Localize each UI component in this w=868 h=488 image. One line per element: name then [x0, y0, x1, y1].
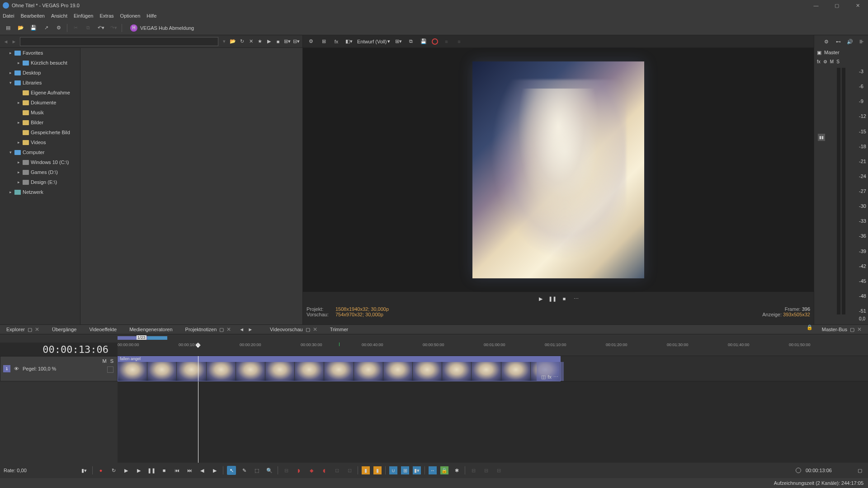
- preview-fx-button[interactable]: fx: [332, 37, 341, 46]
- track-mute-button[interactable]: M: [102, 358, 106, 364]
- hub-label[interactable]: VEGAS Hub Abmeldung: [140, 25, 194, 31]
- properties-button[interactable]: ⚙: [54, 23, 63, 33]
- file-list-area[interactable]: [80, 48, 302, 324]
- close-button[interactable]: ✕: [847, 0, 868, 11]
- master-mute-button[interactable]: M: [830, 59, 834, 64]
- auto-ripple-button[interactable]: ↔: [429, 466, 437, 474]
- clip-fallen-angel[interactable]: fallen angel ◫fx⋯: [118, 356, 561, 381]
- region-orange-button[interactable]: ▮: [373, 466, 382, 474]
- preview-copy-button[interactable]: ⧉: [406, 37, 415, 46]
- next-frame-button[interactable]: ▶: [210, 466, 219, 475]
- view-button[interactable]: ⊟▾: [292, 37, 301, 46]
- marker-orange-button[interactable]: ▮: [362, 466, 370, 474]
- new-project-button[interactable]: ▤: [4, 23, 13, 33]
- tree-item-videos[interactable]: ▸Videos: [0, 137, 80, 147]
- snap-markers-button[interactable]: ▮▾: [413, 466, 421, 474]
- menu-optionen[interactable]: Optionen: [120, 13, 141, 19]
- save-project-button[interactable]: 💾: [29, 23, 38, 33]
- preview-settings-button[interactable]: ⚙: [307, 37, 316, 46]
- tab-projektnotizen[interactable]: Projektnotizen▢✕: [179, 324, 238, 334]
- play-file-button[interactable]: ▶: [264, 37, 274, 46]
- menu-extras[interactable]: Extras: [99, 13, 113, 19]
- track-eye-icon[interactable]: 👁: [14, 366, 19, 371]
- tab-master-bus[interactable]: Master-Bus▢✕: [816, 324, 868, 334]
- master-automation-button[interactable]: ⚙: [823, 59, 827, 64]
- selection-edit-button[interactable]: ⬚: [252, 466, 261, 475]
- clip-more-icon[interactable]: ⋯: [553, 374, 558, 380]
- tree-item-netzwerk[interactable]: ▸Netzwerk: [0, 187, 80, 197]
- master-solo-button[interactable]: S: [836, 59, 840, 64]
- go-start-button[interactable]: ⏮: [172, 466, 181, 475]
- lock-envelopes-button[interactable]: 🔒: [440, 466, 448, 474]
- trim-end-button[interactable]: ◖: [320, 466, 329, 475]
- tree-item-dokumente[interactable]: ▸Dokumente: [0, 98, 80, 108]
- undo-button[interactable]: ↶▾: [96, 23, 105, 33]
- go-end-button[interactable]: ⏭: [185, 466, 194, 475]
- play-start-button[interactable]: ▶: [122, 466, 131, 475]
- snap-grid-button[interactable]: ⊞: [401, 466, 409, 474]
- tree-item-k-rzlich-besucht[interactable]: ▸Kürzlich besucht: [0, 58, 80, 68]
- tab-übergänge[interactable]: Übergänge: [46, 324, 83, 334]
- render-button[interactable]: ↗: [42, 23, 51, 33]
- master-sliders-button[interactable]: ⊪: [857, 37, 866, 46]
- loop-button[interactable]: ↻: [109, 466, 118, 475]
- tab-mediengeneratoren[interactable]: Mediengeneratoren: [123, 324, 179, 334]
- pause-button[interactable]: ❚❚: [147, 466, 156, 475]
- play-button[interactable]: ▶: [134, 466, 143, 475]
- preview-record-icon[interactable]: [432, 38, 438, 45]
- trim-start-button[interactable]: ◗: [294, 466, 303, 475]
- delete-button[interactable]: ✕: [246, 37, 255, 46]
- menu-datei[interactable]: Datei: [3, 13, 14, 19]
- track-level-slider[interactable]: [107, 366, 113, 373]
- track-lane-1[interactable]: fallen angel ◫fx⋯: [118, 356, 868, 381]
- trim-split-button[interactable]: ◆: [307, 466, 316, 475]
- tree-item-musik[interactable]: Musik: [0, 108, 80, 117]
- transport-stop-button[interactable]: ■: [561, 295, 568, 302]
- master-dim-button[interactable]: ⊷: [834, 37, 843, 46]
- stop-button[interactable]: ■: [160, 466, 169, 475]
- preview-split-button[interactable]: ◧▾: [344, 37, 354, 46]
- tree-item-games-d-[interactable]: ▸Games (D:\): [0, 167, 80, 177]
- menu-ansicht[interactable]: Ansicht: [51, 13, 67, 19]
- transport-pause-button[interactable]: ❚❚: [549, 295, 556, 302]
- stop-file-button[interactable]: ■: [274, 37, 283, 46]
- transport-play-button[interactable]: ▶: [537, 295, 544, 302]
- menu-hilfe[interactable]: Hilfe: [146, 13, 156, 19]
- up-button[interactable]: 📂: [228, 37, 237, 46]
- drop-path-button[interactable]: ▾: [220, 38, 228, 46]
- master-lock-icon[interactable]: 🔒: [804, 324, 816, 334]
- menu-bearbeiten[interactable]: Bearbeiten: [21, 13, 45, 19]
- nav-back-button[interactable]: ◄: [2, 38, 10, 46]
- meter-stereo-icon[interactable]: ▮▮: [818, 134, 825, 141]
- record-button[interactable]: ●: [96, 466, 105, 475]
- scrub-handle-icon[interactable]: ▮▾: [80, 466, 89, 475]
- preview-display-button[interactable]: ⊞: [319, 37, 328, 46]
- clip-fx-icon[interactable]: fx: [547, 374, 552, 380]
- transport-more-button[interactable]: ⋯: [572, 295, 580, 302]
- clip-crop-icon[interactable]: ◫: [541, 374, 546, 380]
- tree-item-favorites[interactable]: ▸Favorites: [0, 48, 80, 58]
- open-project-button[interactable]: 📂: [16, 23, 25, 33]
- master-fx-button[interactable]: fx: [817, 59, 821, 64]
- zoom-edit-button[interactable]: 🔍: [265, 466, 274, 475]
- tree-item-desktop[interactable]: ▸Desktop: [0, 68, 80, 78]
- master-gear-button[interactable]: ⚙: [822, 37, 831, 46]
- preview-snapshot-button[interactable]: 💾: [419, 37, 428, 46]
- tab-trimmer[interactable]: Trimmer: [324, 324, 355, 334]
- track-solo-button[interactable]: S: [110, 358, 113, 364]
- timeline-ruler[interactable]: 00:00:00:0000:00:10:0000:00:20:0000:00:3…: [118, 343, 868, 356]
- snap-button[interactable]: ∪: [389, 466, 397, 474]
- crossfade-button[interactable]: ✱: [452, 466, 461, 475]
- marker-green-icon[interactable]: [339, 343, 340, 346]
- path-input[interactable]: [20, 37, 218, 46]
- tree-item-windows-10-c-[interactable]: ▸Windows 10 (C:\): [0, 157, 80, 167]
- master-downmix-button[interactable]: 🔊: [845, 37, 854, 46]
- tree-item-bilder[interactable]: ▸Bilder: [0, 117, 80, 127]
- refresh-button[interactable]: ↻: [237, 37, 246, 46]
- maximize-timeline-button[interactable]: ▢: [855, 466, 864, 475]
- prev-frame-button[interactable]: ◀: [198, 466, 207, 475]
- pin-button[interactable]: ★: [255, 37, 264, 46]
- timeline-timecode[interactable]: 00:00:13:06: [0, 344, 118, 355]
- normal-edit-button[interactable]: ↖: [227, 466, 236, 475]
- tab-explorer[interactable]: Explorer▢✕: [0, 324, 46, 334]
